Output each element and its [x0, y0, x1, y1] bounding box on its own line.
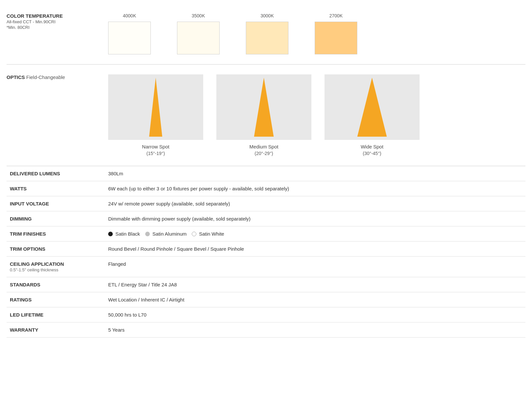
color-temp-sub1: All-fixed CCT - Min.90CRI — [7, 19, 108, 24]
spec-label-cell: TRIM FINISHES — [7, 226, 105, 242]
spec-label-cell: DELIVERED LUMENS — [7, 166, 105, 181]
spec-label-cell: CEILING APPLICATION0.5"-1.5" ceiling thi… — [7, 257, 105, 277]
spec-value-text: Wet Location / Inherent IC / Airtight — [105, 292, 525, 307]
optics-sub-label: Field-Changeable — [25, 74, 65, 80]
spec-label-text: INPUT VOLTAGE — [10, 201, 49, 206]
swatch-box — [108, 22, 151, 54]
optics-diagrams: Narrow Spot (15°-19°) Medium Spot (20°-2… — [108, 74, 525, 156]
spec-row: CEILING APPLICATION0.5"-1.5" ceiling thi… — [7, 257, 525, 277]
color-temp-main-label: COLOR TEMPERATURE — [7, 13, 108, 19]
swatch-item-3500K: 3500K — [177, 13, 220, 54]
color-temp-label-col: COLOR TEMPERATURE All-fixed CCT - Min.90… — [7, 13, 108, 30]
finish-label: Satin White — [199, 231, 224, 237]
optic-name: Narrow Spot — [142, 144, 169, 149]
spec-row: TRIM FINISHESSatin BlackSatin AluminumSa… — [7, 226, 525, 242]
spec-label-text: RATINGS — [10, 297, 31, 302]
spec-row: WARRANTY5 Years — [7, 322, 525, 338]
spec-value-text: Flanged — [105, 257, 525, 277]
optic-svg — [108, 74, 203, 140]
color-temp-sub2: *Min. 80CRI — [7, 25, 108, 30]
swatch-item-4000K: 4000K — [108, 13, 151, 54]
finish-dot-icon — [108, 232, 113, 236]
optic-diagram — [216, 74, 311, 140]
spec-row: WATTS6W each (up to either 3 or 10 fixtu… — [7, 181, 525, 196]
spec-value-text: Dimmable with dimming power supply (avai… — [105, 211, 525, 226]
spec-label-cell: WATTS — [7, 181, 105, 196]
spec-label-cell: STANDARDS — [7, 277, 105, 292]
spec-label-text: TRIM FINISHES — [10, 231, 46, 237]
swatch-box — [315, 22, 357, 54]
spec-value-text: 50,000 hrs to L70 — [105, 307, 525, 322]
spec-label-text: STANDARDS — [10, 282, 40, 287]
optics-section: OPTICS Field-Changeable Narrow Spot (15°… — [7, 65, 525, 166]
optic-angle: (30°-45°) — [363, 151, 381, 156]
swatch-label: 2700K — [329, 13, 343, 18]
optic-diagram — [325, 74, 420, 140]
spec-label-text: TRIM OPTIONS — [10, 246, 45, 252]
spec-label-text: CEILING APPLICATION — [10, 261, 64, 267]
spec-label-text: WARRANTY — [10, 327, 38, 333]
swatch-box — [177, 22, 220, 54]
optics-label-col: OPTICS Field-Changeable — [7, 74, 108, 80]
finish-label: Satin Black — [115, 231, 140, 237]
spec-label-text: LED LIFETIME — [10, 312, 44, 318]
spec-value-text: ETL / Energy Star / Title 24 JA8 — [105, 277, 525, 292]
optic-item-0: Narrow Spot (15°-19°) — [108, 74, 203, 156]
finish-dot-icon — [192, 232, 196, 236]
spec-label-cell: DIMMING — [7, 211, 105, 226]
spec-label-cell: INPUT VOLTAGE — [7, 196, 105, 211]
spec-value-text: Round Bevel / Round Pinhole / Square Bev… — [105, 242, 525, 257]
optic-name: Medium Spot — [249, 144, 278, 149]
finish-dot-icon — [145, 232, 150, 236]
spec-row: TRIM OPTIONSRound Bevel / Round Pinhole … — [7, 242, 525, 257]
trim-finish-item: Satin Black — [108, 231, 140, 237]
spec-row: INPUT VOLTAGE24V w/ remote power supply … — [7, 196, 525, 211]
swatch-item-3000K: 3000K — [246, 13, 288, 54]
finish-label: Satin Aluminum — [152, 231, 187, 237]
page-container: COLOR TEMPERATURE All-fixed CCT - Min.90… — [0, 0, 532, 351]
optic-item-2: Wide Spot (30°-45°) — [325, 74, 420, 156]
spec-row: RATINGSWet Location / Inherent IC / Airt… — [7, 292, 525, 307]
color-temp-section: COLOR TEMPERATURE All-fixed CCT - Min.90… — [7, 7, 525, 65]
trim-finishes-container: Satin BlackSatin AluminumSatin White — [108, 231, 522, 237]
optic-angle: (20°-29°) — [255, 151, 273, 156]
spec-label-cell: TRIM OPTIONS — [7, 242, 105, 257]
spec-label-cell: LED LIFETIME — [7, 307, 105, 322]
spec-value-text: 380Lm — [105, 166, 525, 181]
spec-value-text: 6W each (up to either 3 or 10 fixtures p… — [105, 181, 525, 196]
swatch-label: 3500K — [192, 13, 205, 18]
spec-label-text: WATTS — [10, 186, 27, 191]
swatch-label: 3000K — [261, 13, 274, 18]
swatch-box — [246, 22, 288, 54]
optics-main-label: OPTICS — [7, 74, 25, 80]
trim-finish-item: Satin Aluminum — [145, 231, 187, 237]
spec-sub-label: 0.5"-1.5" ceiling thickness — [10, 267, 102, 272]
spec-value-text: 24V w/ remote power supply (available, s… — [105, 196, 525, 211]
optic-svg — [325, 74, 420, 140]
spec-label-cell: WARRANTY — [7, 322, 105, 338]
optic-name: Wide Spot — [361, 144, 383, 149]
spec-value-cell: Satin BlackSatin AluminumSatin White — [105, 226, 525, 242]
spec-row: DIMMINGDimmable with dimming power suppl… — [7, 211, 525, 226]
swatch-item-2700K: 2700K — [315, 13, 357, 54]
trim-finish-item: Satin White — [192, 231, 224, 237]
specs-table: DELIVERED LUMENS380LmWATTS6W each (up to… — [7, 166, 525, 338]
optic-item-1: Medium Spot (20°-29°) — [216, 74, 311, 156]
spec-row: STANDARDSETL / Energy Star / Title 24 JA… — [7, 277, 525, 292]
spec-label-text: DIMMING — [10, 216, 32, 222]
spec-label-cell: RATINGS — [7, 292, 105, 307]
optic-diagram — [108, 74, 203, 140]
color-temp-swatches: 4000K 3500K 3000K 2700K — [108, 13, 525, 54]
optic-angle: (15°-19°) — [147, 151, 165, 156]
spec-row: LED LIFETIME50,000 hrs to L70 — [7, 307, 525, 322]
spec-label-text: DELIVERED LUMENS — [10, 171, 60, 176]
swatch-label: 4000K — [123, 13, 136, 18]
optic-svg — [216, 74, 311, 140]
spec-value-text: 5 Years — [105, 322, 525, 338]
spec-row: DELIVERED LUMENS380Lm — [7, 166, 525, 181]
